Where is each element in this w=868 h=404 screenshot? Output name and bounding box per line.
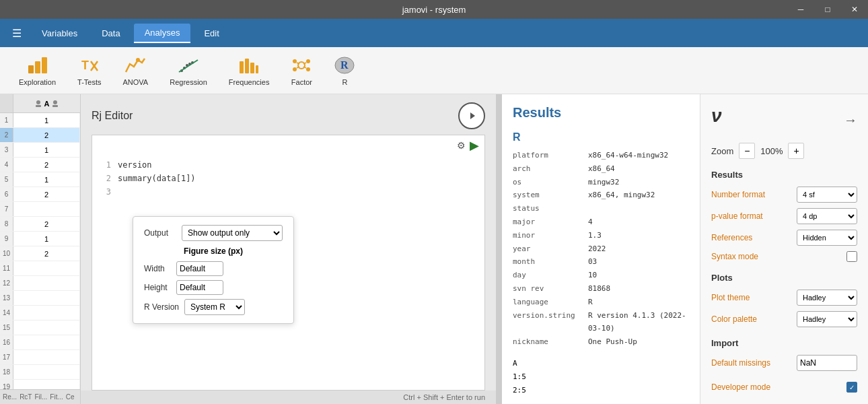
code-editor[interactable]: 1 version 2 summary(data[1]) 3 — [92, 156, 484, 201]
svg-rect-14 — [240, 61, 244, 73]
close-button[interactable]: ✕ — [841, 0, 868, 19]
vertical-divider[interactable] — [496, 94, 501, 404]
list-item: systemx86_64, mingw32 — [513, 189, 689, 202]
plot-theme-label: Plot theme — [711, 293, 750, 302]
table-row[interactable]: 82 — [0, 217, 80, 232]
bottom-tab-fil[interactable]: Fil... — [34, 393, 47, 401]
syntax-mode-label: Syntax mode — [711, 252, 758, 261]
app-title: jamovi - rsystem — [402, 5, 466, 15]
color-palette-row: Color palette Hadley Default — [711, 311, 857, 327]
width-input[interactable] — [176, 261, 223, 276]
table-row[interactable]: 11 — [0, 113, 80, 128]
table-row[interactable]: 42 — [0, 158, 80, 172]
list-item: archx86_64 — [513, 162, 689, 176]
tab-data[interactable]: Data — [91, 24, 131, 42]
default-missings-input[interactable] — [797, 355, 857, 371]
col-a-icon — [34, 99, 43, 108]
table-row[interactable]: 51 — [0, 172, 80, 187]
bottom-tab-rct[interactable]: RcT — [20, 393, 32, 401]
table-row[interactable]: 62 — [0, 187, 80, 202]
run-hint: Ctrl + Shift + Enter to run — [403, 393, 485, 401]
table-row[interactable]: 17 — [0, 350, 80, 365]
plot-theme-select[interactable]: Hadley Default — [797, 290, 857, 306]
bottom-tab-ce[interactable]: Ce — [66, 393, 75, 401]
table-row[interactable]: 19 — [0, 380, 80, 389]
zoom-plus-button[interactable]: + — [788, 143, 804, 159]
number-format-select[interactable]: 4 sf 2 sf 3 sf — [797, 187, 857, 203]
spreadsheet-rows: 11 22 31 42 51 62 7 82 91 102 11 12 13 1… — [0, 113, 80, 389]
plot-theme-row: Plot theme Hadley Default — [711, 290, 857, 306]
table-row[interactable]: 7 — [0, 202, 80, 217]
plots-section-title: Plots — [711, 273, 857, 283]
spreadsheet-header: A — [0, 94, 80, 113]
results-panel: Results R platformx86_64-w64-mingw32 arc… — [501, 94, 700, 404]
gear-icon[interactable]: ⚙ — [457, 140, 466, 151]
table-row[interactable]: 15 — [0, 321, 80, 335]
tab-edit[interactable]: Edit — [193, 24, 229, 42]
svg-point-29 — [36, 100, 40, 104]
table-row[interactable]: 13 — [0, 291, 80, 306]
toolbar-ttests[interactable]: T T-Tests — [69, 50, 109, 90]
col-a-header[interactable]: A — [13, 94, 80, 112]
table-row[interactable]: 16 — [0, 335, 80, 350]
r-version-row: R Version System R Bundled R — [144, 299, 283, 315]
minimize-button[interactable]: ─ — [787, 0, 814, 19]
table-row[interactable]: 11 — [0, 261, 80, 276]
svg-rect-17 — [256, 65, 258, 73]
width-label: Width — [144, 264, 171, 273]
r-version-select[interactable]: System R Bundled R — [184, 299, 245, 315]
bottom-tab-fit[interactable]: Fit... — [50, 393, 63, 401]
editor-title-bar: Rj Editor — [81, 94, 496, 135]
run-circle-button[interactable] — [458, 102, 485, 129]
list-item: nicknameOne Push-Up — [513, 335, 689, 349]
restore-button[interactable]: □ — [814, 0, 841, 19]
p-value-format-label: p-value format — [711, 211, 763, 221]
table-row[interactable]: 12 — [0, 276, 80, 291]
svg-rect-3 — [28, 65, 34, 73]
toolbar-r[interactable]: R R — [326, 50, 363, 90]
svg-rect-30 — [36, 105, 41, 107]
table-row[interactable]: 14 — [0, 306, 80, 321]
output-select[interactable]: Show output only Show code and output Sh… — [182, 225, 283, 241]
regression-icon — [178, 55, 199, 76]
run-circle-icon — [465, 109, 478, 123]
svg-point-21 — [293, 67, 297, 71]
color-palette-select[interactable]: Hadley Default — [797, 311, 857, 327]
results-settings-section: Results Number format 4 sf 2 sf 3 sf p-v… — [711, 170, 857, 262]
bottom-tab-re[interactable]: Re... — [3, 393, 17, 401]
table-row[interactable]: 18 — [0, 365, 80, 380]
table-row[interactable]: 102 — [0, 246, 80, 261]
svg-line-13 — [179, 60, 198, 72]
sidebar-arrow-icon[interactable]: → — [844, 112, 857, 128]
toolbar-exploration[interactable]: Exploration — [11, 50, 64, 90]
svg-text:T: T — [81, 59, 89, 72]
table-row[interactable]: 22 — [0, 128, 80, 143]
table-row[interactable]: 31 — [0, 143, 80, 158]
p-value-format-select[interactable]: 4 dp 2 dp 3 dp — [797, 208, 857, 224]
hamburger-menu[interactable]: ☰ — [5, 23, 28, 44]
import-section: Import Default missings — [711, 338, 857, 371]
spreadsheet-panel: A 11 22 31 42 51 62 7 82 91 102 11 12 13… — [0, 94, 81, 404]
list-item: year2022 — [513, 242, 689, 256]
syntax-mode-checkbox[interactable] — [846, 251, 857, 262]
references-label: References — [711, 233, 752, 242]
toolbar-factor[interactable]: Factor — [283, 50, 320, 90]
height-input[interactable] — [176, 280, 223, 295]
references-row: References Hidden Shown — [711, 230, 857, 246]
zoom-minus-button[interactable]: − — [739, 143, 755, 159]
developer-mode-checkbox[interactable]: ✓ — [846, 382, 857, 393]
editor-title: Rj Editor — [92, 110, 133, 122]
list-item: month03 — [513, 255, 689, 269]
references-select[interactable]: Hidden Shown — [797, 230, 857, 246]
svg-rect-15 — [245, 59, 249, 73]
run-button[interactable]: ▶ — [470, 138, 479, 153]
results-extra: A1:52:5 — [513, 357, 689, 397]
list-item: platformx86_64-w64-mingw32 — [513, 149, 689, 162]
toolbar-anova[interactable]: ANOVA — [115, 50, 157, 90]
tab-analyses[interactable]: Analyses — [134, 24, 191, 43]
tab-variables[interactable]: Variables — [31, 24, 88, 42]
table-row[interactable]: 91 — [0, 232, 80, 246]
toolbar-frequencies[interactable]: Frequencies — [221, 50, 278, 90]
toolbar-regression[interactable]: Regression — [161, 50, 215, 90]
r-label: R — [342, 78, 347, 86]
